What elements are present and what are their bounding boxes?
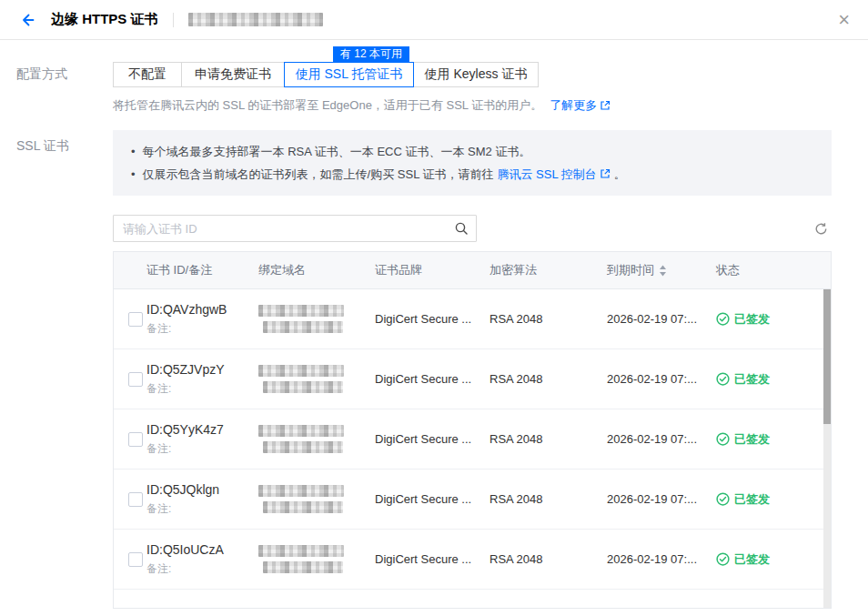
cert-brand: DigiCert Secure ... xyxy=(375,552,490,566)
cert-id: ID:QAVzhgwB xyxy=(146,302,258,317)
redacted-domains xyxy=(258,485,375,513)
cert-remark: 备注: xyxy=(146,501,258,517)
config-method-section: 配置方式 有 12 本可用 不配置 申请免费证书 使用 SSL 托管证书 使用 … xyxy=(0,62,868,114)
redacted-domains xyxy=(258,545,375,573)
cert-algorithm: RSA 2048 xyxy=(490,372,607,386)
check-circle-icon xyxy=(716,432,730,446)
cert-remark: 备注: xyxy=(146,321,258,337)
config-description-text: 将托管在腾讯云内的 SSL 的证书部署至 EdgeOne，适用于已有 SSL 证… xyxy=(113,97,542,114)
cert-algorithm: RSA 2048 xyxy=(490,492,607,506)
check-circle-icon xyxy=(716,492,730,506)
table-header-row: 证书 ID/备注 绑定域名 证书品牌 加密算法 到期时间 状态 xyxy=(114,252,831,289)
cert-remark: 备注: xyxy=(146,381,258,397)
row-checkbox[interactable] xyxy=(128,372,143,387)
config-description: 将托管在腾讯云内的 SSL 的证书部署至 EdgeOne，适用于已有 SSL 证… xyxy=(113,97,832,114)
redacted-domain-name xyxy=(188,13,323,26)
status-badge: 已签发 xyxy=(716,491,831,508)
redacted-domains xyxy=(258,425,375,453)
check-circle-icon xyxy=(716,312,730,326)
col-header-status: 状态 xyxy=(716,262,831,278)
partial-row xyxy=(114,590,831,608)
cert-expiry: 2026-02-19 07:... xyxy=(607,432,716,446)
back-arrow-icon[interactable] xyxy=(18,11,36,29)
note-2-text: 仅展示包含当前域名的证书列表，如需上传/购买 SSL 证书，请前往腾讯云 SSL… xyxy=(143,163,626,186)
refresh-icon[interactable] xyxy=(814,222,828,236)
status-badge: 已签发 xyxy=(716,431,831,448)
cert-expiry: 2026-02-19 07:... xyxy=(607,552,716,566)
redacted-domains xyxy=(258,305,375,333)
sort-icon[interactable] xyxy=(659,265,667,277)
table-row[interactable]: ID:QAVzhgwB 备注: DigiCert Secure ... RSA … xyxy=(114,289,831,349)
col-header-expiry: 到期时间 xyxy=(607,262,716,278)
cert-algorithm: RSA 2048 xyxy=(490,552,607,566)
option-free-cert[interactable]: 申请免费证书 xyxy=(181,62,285,87)
table-row[interactable]: ID:Q5ZJVpzY 备注: DigiCert Secure ... RSA … xyxy=(114,349,831,409)
table-scrollbar-track[interactable] xyxy=(823,289,831,608)
note-line-2: • 仅展示包含当前域名的证书列表，如需上传/购买 SSL 证书，请前往腾讯云 S… xyxy=(131,163,813,186)
note-1-text: 每个域名最多支持部署一本 RSA 证书、一本 ECC 证书、一本 SM2 证书。 xyxy=(143,140,531,163)
config-method-button-group: 有 12 本可用 不配置 申请免费证书 使用 SSL 托管证书 使用 Keyle… xyxy=(113,62,832,87)
check-circle-icon xyxy=(716,372,730,386)
option-keyless-cert[interactable]: 使用 Keyless 证书 xyxy=(413,62,539,87)
cert-brand: DigiCert Secure ... xyxy=(375,492,490,506)
col-header-brand: 证书品牌 xyxy=(375,262,490,278)
search-icon[interactable] xyxy=(454,221,469,238)
cert-search-box xyxy=(113,215,477,242)
cert-algorithm: RSA 2048 xyxy=(490,432,607,446)
cert-table: 证书 ID/备注 绑定域名 证书品牌 加密算法 到期时间 状态 ID:QAVzh… xyxy=(113,251,832,609)
cert-remark: 备注: xyxy=(146,441,258,457)
cert-id: ID:Q5IoUCzA xyxy=(146,542,258,557)
cert-search-input[interactable] xyxy=(113,215,477,242)
check-circle-icon xyxy=(716,552,730,566)
learn-more-link[interactable]: 了解更多 xyxy=(550,97,611,114)
notes-box: • 每个域名最多支持部署一本 RSA 证书、一本 ECC 证书、一本 SM2 证… xyxy=(113,130,832,196)
cert-algorithm: RSA 2048 xyxy=(490,312,607,326)
page-header: 边缘 HTTPS 证书 × xyxy=(0,0,868,40)
config-method-label: 配置方式 xyxy=(0,62,113,114)
bullet-dot: • xyxy=(131,140,136,163)
external-link-icon xyxy=(600,168,611,179)
status-badge: 已签发 xyxy=(716,311,831,328)
cert-expiry: 2026-02-19 07:... xyxy=(607,312,716,326)
row-checkbox[interactable] xyxy=(128,432,143,447)
row-checkbox[interactable] xyxy=(128,552,143,567)
row-checkbox[interactable] xyxy=(128,312,143,327)
cert-id: ID:Q5JQklgn xyxy=(146,482,258,497)
external-link-icon xyxy=(600,100,611,111)
table-scrollbar-thumb[interactable] xyxy=(823,289,831,424)
bullet-dot: • xyxy=(131,163,136,186)
redacted-domains xyxy=(258,365,375,393)
cert-remark: 备注: xyxy=(146,561,258,577)
cert-expiry: 2026-02-19 07:... xyxy=(607,492,716,506)
page-title: 边缘 HTTPS 证书 xyxy=(51,11,158,28)
cert-expiry: 2026-02-19 07:... xyxy=(607,372,716,386)
col-header-domain: 绑定域名 xyxy=(258,262,375,278)
status-badge: 已签发 xyxy=(716,551,831,568)
ssl-console-link[interactable]: 腾讯云 SSL 控制台 xyxy=(498,167,611,181)
option-ssl-hosted-cert[interactable]: 使用 SSL 托管证书 xyxy=(284,62,414,87)
col-header-algorithm: 加密算法 xyxy=(490,262,607,278)
search-row xyxy=(113,215,832,242)
ssl-cert-section: SSL 证书 • 每个域名最多支持部署一本 RSA 证书、一本 ECC 证书、一… xyxy=(0,130,868,609)
status-badge: 已签发 xyxy=(716,371,831,388)
cert-brand: DigiCert Secure ... xyxy=(375,432,490,446)
table-row[interactable]: ID:Q5JQklgn 备注: DigiCert Secure ... RSA … xyxy=(114,470,831,530)
cert-id: ID:Q5ZJVpzY xyxy=(146,362,258,377)
cert-id: ID:Q5YyK4z7 xyxy=(146,422,258,437)
close-icon[interactable]: × xyxy=(838,10,850,30)
ssl-cert-label: SSL 证书 xyxy=(0,130,113,609)
col-header-cert-id: 证书 ID/备注 xyxy=(146,262,258,278)
table-row[interactable]: ID:Q5IoUCzA 备注: DigiCert Secure ... RSA … xyxy=(114,530,831,590)
row-checkbox[interactable] xyxy=(128,492,143,507)
available-count-badge: 有 12 本可用 xyxy=(333,46,409,62)
note-line-1: • 每个域名最多支持部署一本 RSA 证书、一本 ECC 证书、一本 SM2 证… xyxy=(131,140,813,163)
table-row[interactable]: ID:Q5YyK4z7 备注: DigiCert Secure ... RSA … xyxy=(114,409,831,470)
header-divider xyxy=(173,13,174,27)
option-no-config[interactable]: 不配置 xyxy=(113,62,182,87)
cert-brand: DigiCert Secure ... xyxy=(375,312,490,326)
cert-brand: DigiCert Secure ... xyxy=(375,372,490,386)
